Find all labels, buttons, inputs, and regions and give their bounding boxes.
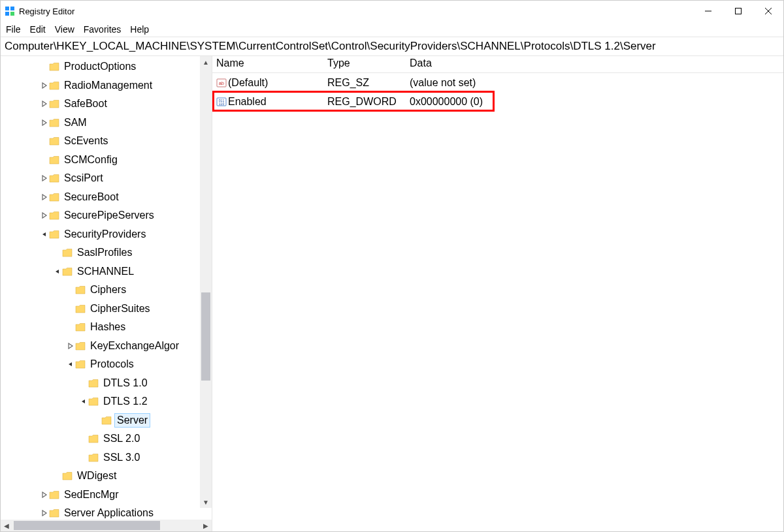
- tree-node-label[interactable]: WDigest: [75, 469, 118, 482]
- tree-node-ssl-3-0[interactable]: SSL 3.0: [1, 448, 212, 467]
- tree-node-scmconfig[interactable]: SCMConfig: [1, 151, 212, 170]
- menu-edit[interactable]: Edit: [30, 24, 46, 35]
- value-row--default-[interactable]: ab(Default)REG_SZ(value not set): [212, 73, 783, 92]
- tree-node-label[interactable]: Server Applications: [62, 507, 155, 520]
- tree-node-label[interactable]: DTLS 1.0: [101, 377, 150, 390]
- chevron-down-icon[interactable]: [40, 231, 49, 238]
- chevron-right-icon[interactable]: [40, 82, 49, 89]
- tree-node-dtls-1-2[interactable]: DTLS 1.2: [1, 392, 212, 411]
- column-name[interactable]: Name: [212, 56, 323, 72]
- folder-icon: [88, 379, 99, 388]
- tree-node-label[interactable]: CipherSuites: [88, 302, 152, 315]
- menu-file[interactable]: File: [6, 24, 21, 35]
- tree-node-label[interactable]: SCHANNEL: [75, 265, 136, 278]
- minimize-button[interactable]: [693, 1, 723, 22]
- tree-vertical-scrollbar[interactable]: ▲ ▼: [200, 56, 212, 508]
- tree-node-label[interactable]: SecureBoot: [62, 191, 121, 204]
- tree-node-wdigest[interactable]: WDigest: [1, 467, 212, 486]
- svg-rect-0: [5, 7, 9, 10]
- tree-node-label[interactable]: RadioManagement: [62, 79, 154, 92]
- tree-node-sedencmgr[interactable]: SedEncMgr: [1, 486, 212, 505]
- tree-node-label[interactable]: Ciphers: [88, 283, 128, 296]
- menu-favorites[interactable]: Favorites: [84, 24, 122, 35]
- tree-horizontal-scrollbar[interactable]: ◀ ▶: [1, 520, 212, 531]
- folder-icon: [49, 155, 59, 164]
- tree-node-sam[interactable]: SAM: [1, 114, 212, 133]
- chevron-right-icon[interactable]: [40, 492, 49, 498]
- maximize-button[interactable]: [723, 1, 753, 22]
- chevron-down-icon[interactable]: [79, 398, 88, 405]
- tree-node-server[interactable]: Server: [1, 411, 212, 430]
- chevron-right-icon[interactable]: [40, 119, 49, 126]
- dword-value-icon: 011110: [216, 97, 227, 107]
- tree-node-label[interactable]: Server: [114, 413, 150, 428]
- chevron-down-icon[interactable]: [66, 361, 75, 368]
- tree-node-label[interactable]: SSL 2.0: [101, 432, 142, 445]
- tree-node-label[interactable]: SSL 3.0: [101, 451, 142, 464]
- folder-icon: [62, 248, 73, 257]
- folder-icon: [75, 322, 86, 332]
- folder-icon: [88, 434, 99, 443]
- value-row-enabled[interactable]: 011110EnabledREG_DWORD0x00000000 (0): [212, 92, 783, 111]
- tree-node-label[interactable]: ScEvents: [62, 134, 110, 148]
- folder-icon: [88, 453, 99, 462]
- tree-node-label[interactable]: SecurePipeServers: [62, 209, 156, 222]
- tree-node-label[interactable]: SAM: [62, 116, 89, 129]
- scroll-thumb[interactable]: [201, 292, 210, 381]
- tree-node-scsiport[interactable]: ScsiPort: [1, 169, 212, 188]
- tree-node-schannel[interactable]: SCHANNEL: [1, 262, 212, 281]
- window-title: Registry Editor: [19, 7, 74, 16]
- column-type[interactable]: Type: [323, 56, 406, 72]
- tree-node-label[interactable]: KeyExchangeAlgor: [88, 339, 181, 352]
- tree-node-hashes[interactable]: Hashes: [1, 318, 212, 337]
- tree-node-label[interactable]: SafeBoot: [62, 97, 109, 110]
- chevron-right-icon[interactable]: [40, 175, 49, 181]
- tree-node-label[interactable]: Protocols: [88, 358, 136, 371]
- chevron-right-icon[interactable]: [66, 343, 75, 349]
- column-data[interactable]: Data: [406, 56, 783, 72]
- tree-node-ciphers[interactable]: Ciphers: [1, 281, 212, 300]
- tree-node-label[interactable]: DTLS 1.2: [101, 395, 150, 408]
- folder-icon: [49, 230, 59, 239]
- menu-view[interactable]: View: [55, 24, 74, 35]
- tree-node-label[interactable]: SCMConfig: [62, 153, 120, 166]
- tree-node-securepipeservers[interactable]: SecurePipeServers: [1, 206, 212, 225]
- tree-node-scevents[interactable]: ScEvents: [1, 132, 212, 151]
- value-data: (value not set): [406, 77, 783, 89]
- chevron-right-icon[interactable]: [40, 101, 49, 107]
- tree-node-dtls-1-0[interactable]: DTLS 1.0: [1, 374, 212, 393]
- scroll-down-icon[interactable]: ▼: [200, 496, 212, 508]
- tree-node-label[interactable]: Hashes: [88, 321, 127, 334]
- address-bar[interactable]: Computer\HKEY_LOCAL_MACHINE\SYSTEM\Curre…: [1, 37, 783, 56]
- close-button[interactable]: [753, 1, 783, 22]
- tree-node-saslprofiles[interactable]: SaslProfiles: [1, 243, 212, 262]
- folder-icon: [49, 211, 59, 220]
- chevron-down-icon[interactable]: [53, 268, 62, 275]
- scroll-thumb[interactable]: [14, 521, 160, 530]
- tree-node-label[interactable]: SecurityProviders: [62, 228, 148, 241]
- scroll-up-icon[interactable]: ▲: [200, 56, 212, 68]
- tree-node-ciphersuites[interactable]: CipherSuites: [1, 300, 212, 319]
- tree-node-server-applications[interactable]: Server Applications: [1, 504, 212, 520]
- chevron-right-icon[interactable]: [40, 212, 49, 219]
- folder-icon: [75, 285, 86, 294]
- tree-node-label[interactable]: ScsiPort: [62, 172, 105, 185]
- tree-node-label[interactable]: SaslProfiles: [75, 246, 134, 259]
- tree-node-radiomanagement[interactable]: RadioManagement: [1, 76, 212, 95]
- chevron-right-icon[interactable]: [40, 510, 49, 516]
- chevron-right-icon[interactable]: [40, 194, 49, 200]
- tree-node-productoptions[interactable]: ProductOptions: [1, 57, 212, 76]
- scroll-left-icon[interactable]: ◀: [1, 520, 12, 531]
- scroll-right-icon[interactable]: ▶: [200, 520, 212, 531]
- tree-node-secureboot[interactable]: SecureBoot: [1, 188, 212, 207]
- menu-help[interactable]: Help: [130, 24, 149, 35]
- tree-node-protocols[interactable]: Protocols: [1, 355, 212, 374]
- folder-icon: [49, 118, 59, 127]
- value-name: (Default): [228, 77, 268, 89]
- tree-node-safeboot[interactable]: SafeBoot: [1, 95, 212, 114]
- tree-node-keyexchangealgor[interactable]: KeyExchangeAlgor: [1, 337, 212, 356]
- tree-node-label[interactable]: SedEncMgr: [62, 488, 121, 501]
- tree-node-securityproviders[interactable]: SecurityProviders: [1, 225, 212, 244]
- tree-node-label[interactable]: ProductOptions: [62, 60, 138, 73]
- tree-node-ssl-2-0[interactable]: SSL 2.0: [1, 430, 212, 448]
